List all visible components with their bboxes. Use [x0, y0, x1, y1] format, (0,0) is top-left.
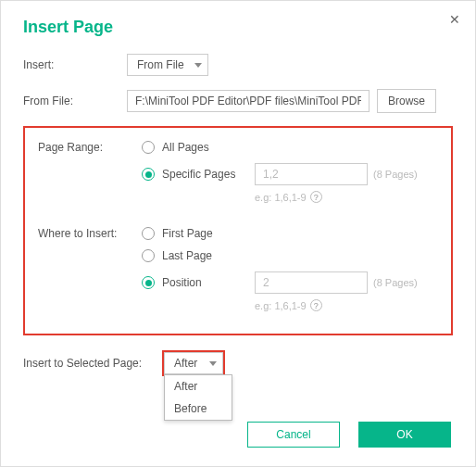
where-label: Where to Insert:: [38, 227, 142, 240]
all-pages-label: All Pages: [162, 141, 255, 154]
chevron-down-icon: [194, 63, 202, 68]
position-label: Position: [162, 276, 255, 289]
help-icon[interactable]: ?: [310, 299, 322, 311]
options-highlight-box: Page Range: All Pages Specific Pages (8 …: [23, 126, 453, 335]
insert-relative-options: After Before: [164, 374, 232, 421]
radio-all-pages[interactable]: [142, 141, 155, 154]
insert-relative-value: After: [174, 357, 197, 370]
option-after[interactable]: After: [165, 375, 232, 398]
insert-relative-label: Insert to Selected Page:: [23, 357, 164, 370]
close-icon[interactable]: ✕: [449, 12, 460, 27]
ok-button[interactable]: OK: [358, 422, 451, 448]
insert-source-value: From File: [137, 58, 184, 71]
help-icon[interactable]: ?: [310, 191, 322, 203]
radio-position[interactable]: [142, 276, 155, 289]
page-count-hint: (8 Pages): [373, 169, 418, 180]
radio-last-page[interactable]: [142, 249, 155, 262]
last-page-label: Last Page: [162, 249, 255, 262]
option-before[interactable]: Before: [165, 398, 232, 420]
specific-pages-label: Specific Pages: [162, 168, 255, 181]
specific-example-hint: e.g: 1,6,1-9: [255, 192, 307, 203]
cancel-button[interactable]: Cancel: [247, 422, 340, 448]
file-path-input[interactable]: [127, 90, 370, 112]
position-input[interactable]: [255, 271, 368, 294]
chevron-down-icon: [209, 361, 217, 366]
first-page-label: First Page: [162, 227, 255, 240]
insert-relative-select[interactable]: After: [164, 352, 223, 374]
insert-label: Insert:: [23, 58, 127, 71]
from-file-label: From File:: [23, 95, 127, 107]
insert-source-select[interactable]: From File: [127, 54, 208, 76]
position-example-hint: e.g: 1,6,1-9: [255, 300, 307, 311]
specific-pages-input[interactable]: [255, 163, 368, 185]
page-range-label: Page Range:: [38, 141, 142, 154]
radio-first-page[interactable]: [142, 227, 155, 240]
browse-button[interactable]: Browse: [377, 89, 436, 113]
position-count-hint: (8 Pages): [373, 277, 418, 288]
radio-specific-pages[interactable]: [142, 168, 155, 181]
dialog-title: Insert Page: [23, 18, 453, 37]
